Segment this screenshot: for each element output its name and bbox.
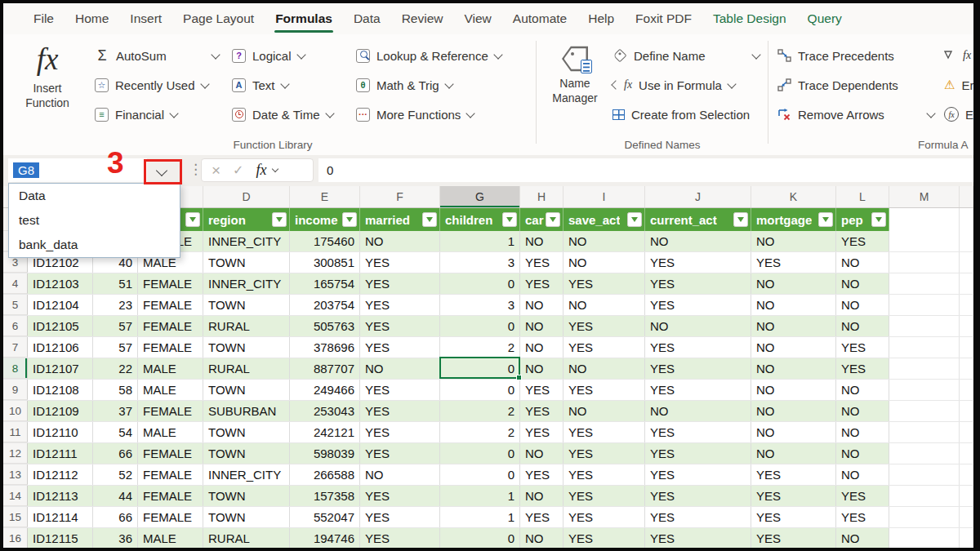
cell[interactable]: YES — [564, 486, 645, 506]
empty-cell[interactable] — [960, 252, 973, 273]
filter-button[interactable] — [871, 212, 886, 227]
filter-button[interactable] — [733, 212, 748, 227]
cell[interactable]: YES — [520, 252, 564, 273]
define-name-button[interactable]: Define Name — [612, 41, 764, 70]
cell[interactable]: NO — [520, 231, 564, 251]
cell[interactable]: 0 — [440, 464, 520, 485]
trace-precedents-button[interactable]: Trace Precedents — [777, 41, 939, 70]
math-trig-button[interactable]: θ Math & Trig — [356, 70, 519, 100]
col-header-J[interactable]: J — [645, 186, 751, 207]
cell[interactable]: NO — [564, 358, 645, 379]
cancel-icon[interactable]: × — [212, 162, 220, 178]
col-header-D[interactable]: D — [203, 186, 290, 207]
cell[interactable]: YES — [564, 422, 645, 442]
cell[interactable]: 157358 — [290, 486, 360, 506]
col-header-F[interactable]: F — [360, 186, 440, 207]
cell[interactable]: 552047 — [290, 507, 360, 527]
cell[interactable]: NO — [836, 273, 889, 294]
row-header[interactable]: 5 — [3, 295, 28, 315]
filter-button[interactable] — [818, 212, 833, 227]
cell[interactable]: SUBURBAN — [203, 401, 290, 421]
cell[interactable]: YES — [564, 443, 645, 464]
cell[interactable]: RURAL — [203, 316, 290, 336]
cell[interactable]: NO — [564, 252, 645, 273]
cell[interactable]: 66 — [93, 443, 138, 464]
cell[interactable]: 0 — [440, 316, 520, 336]
col-header-sliver[interactable] — [960, 186, 973, 207]
cell[interactable]: 52 — [93, 464, 138, 485]
cell[interactable]: 378696 — [290, 337, 360, 358]
cell[interactable]: 253043 — [290, 401, 360, 421]
cell[interactable]: YES — [564, 337, 645, 358]
cell[interactable]: YES — [520, 380, 564, 400]
empty-cell[interactable] — [889, 208, 960, 231]
cell[interactable]: NO — [520, 337, 564, 358]
enter-icon[interactable]: ✓ — [233, 164, 243, 177]
cell[interactable]: ID12104 — [28, 295, 93, 315]
cell[interactable]: 23 — [93, 295, 138, 315]
cell[interactable]: 887707 — [290, 358, 360, 379]
cell[interactable]: 242121 — [290, 422, 360, 442]
name-manager-button[interactable]: Name Manager — [542, 41, 608, 139]
row-header[interactable]: 4 — [3, 273, 28, 294]
cell[interactable]: YES — [360, 380, 440, 400]
filter-button[interactable] — [342, 212, 357, 227]
cell[interactable]: YES — [645, 337, 751, 358]
cell[interactable]: INNER_CITY — [203, 273, 290, 294]
empty-cell[interactable] — [889, 316, 960, 336]
filter-button[interactable] — [627, 212, 642, 227]
cell[interactable]: YES — [751, 528, 836, 548]
cell[interactable]: TOWN — [203, 337, 290, 358]
cell[interactable]: YES — [520, 273, 564, 294]
empty-cell[interactable] — [960, 231, 973, 251]
cell[interactable]: NO — [751, 401, 836, 421]
cell[interactable]: NO — [520, 316, 564, 336]
name-box[interactable]: G8 — [8, 158, 147, 182]
cell[interactable]: NO — [751, 273, 836, 294]
cell[interactable]: YES — [564, 507, 645, 527]
cell[interactable]: NO — [836, 443, 889, 464]
empty-cell[interactable] — [960, 443, 973, 464]
cell[interactable]: TOWN — [203, 380, 290, 400]
cell[interactable]: YES — [645, 422, 751, 442]
insert-function-button[interactable]: fx Insert Function — [10, 41, 85, 139]
cell[interactable]: YES — [645, 507, 751, 527]
row-header[interactable]: 15 — [3, 507, 28, 527]
cell[interactable]: YES — [836, 486, 889, 506]
cell[interactable]: ID12115 — [28, 528, 93, 548]
cell[interactable]: MALE — [138, 380, 203, 400]
tab-file[interactable]: File — [23, 3, 65, 34]
cell[interactable]: NO — [751, 358, 836, 379]
cell[interactable]: 66 — [93, 507, 138, 527]
cell[interactable]: 2 — [440, 337, 520, 358]
empty-cell[interactable] — [889, 358, 960, 379]
tab-view[interactable]: View — [454, 3, 502, 34]
cell[interactable]: YES — [564, 464, 645, 485]
cell[interactable]: ID12106 — [28, 337, 93, 358]
row-header[interactable]: 10 — [3, 401, 28, 421]
empty-cell[interactable] — [889, 486, 960, 506]
name-dropdown-item[interactable]: Data — [9, 184, 180, 208]
empty-cell[interactable] — [889, 380, 960, 400]
cell[interactable]: NO — [520, 443, 564, 464]
cell[interactable]: 37 — [93, 401, 138, 421]
cell[interactable]: NO — [564, 295, 645, 315]
cell[interactable]: NO — [645, 401, 751, 421]
cell[interactable]: 1 — [440, 231, 520, 251]
cell[interactable]: NO — [836, 295, 889, 315]
empty-cell[interactable] — [960, 358, 973, 379]
cell[interactable]: 194746 — [290, 528, 360, 548]
cell[interactable]: YES — [836, 231, 889, 251]
cell[interactable]: FEMALE — [138, 443, 203, 464]
cell[interactable]: 3 — [440, 295, 520, 315]
empty-cell[interactable] — [889, 422, 960, 442]
filter-button[interactable] — [272, 212, 287, 227]
cell[interactable]: 54 — [93, 422, 138, 442]
logical-button[interactable]: ? Logical — [232, 41, 354, 70]
empty-cell[interactable] — [960, 316, 973, 336]
cell[interactable]: 505763 — [290, 316, 360, 336]
cell[interactable]: YES — [645, 380, 751, 400]
empty-cell[interactable] — [960, 208, 973, 231]
cell[interactable]: ID12114 — [28, 507, 93, 527]
empty-cell[interactable] — [960, 273, 973, 294]
